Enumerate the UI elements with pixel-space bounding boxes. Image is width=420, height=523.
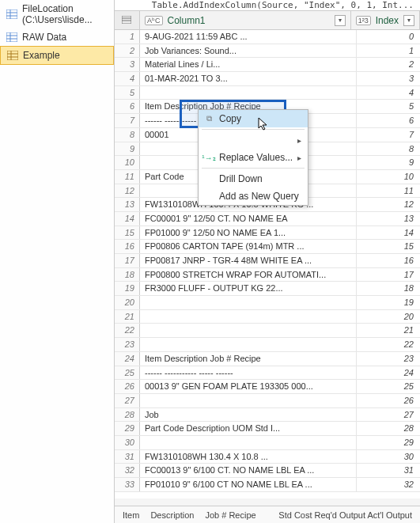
cell-column1[interactable]: FP00817 JNRP - TGR-4 48M WHITE EA ... (140, 254, 357, 267)
cell-index[interactable]: 16 (357, 254, 420, 267)
row-number[interactable]: 31 (115, 450, 140, 464)
corner-cell[interactable] (115, 11, 140, 29)
cell-index[interactable]: 19 (357, 296, 420, 309)
cell-column1[interactable]: FW1310108WH 130.4 X 10.8 ... (140, 450, 357, 464)
cell-index[interactable]: 14 (357, 226, 420, 240)
cell-column1[interactable] (140, 324, 357, 337)
cell-column1[interactable] (140, 86, 357, 100)
grid-body[interactable]: 19-AUG-2021 11:59 ABC ...02 Job Variance… (115, 30, 420, 492)
cell-column1[interactable] (140, 394, 357, 407)
cell-column1[interactable]: FP01010 9" 6/100 CT NO NAME LBL EA ... (140, 478, 357, 491)
table-row[interactable]: 4 01-MAR-2021 TO 3...3 (115, 72, 420, 86)
cell-index[interactable]: 13 (357, 212, 420, 225)
table-row[interactable]: 31 FW1310108WH 130.4 X 10.8 ...30 (115, 450, 420, 464)
row-number[interactable]: 19 (115, 282, 140, 295)
cell-index[interactable]: 23 (357, 352, 420, 366)
table-row[interactable]: 28 Job27 (115, 408, 420, 423)
cell-column1[interactable]: Item Description Job # Recipe (140, 352, 357, 366)
ctx-add-new-query[interactable]: Add as New Query (199, 188, 308, 205)
row-number[interactable]: 27 (115, 394, 140, 407)
ctx-replace-values[interactable]: ¹→₂ Replace Values... (199, 149, 308, 166)
formula-bar[interactable]: Table.AddIndexColumn(Source, "Index", 0,… (115, 0, 420, 11)
cell-column1[interactable]: FC00013 9" 6/100 CT. NO NAME LBL EA ... (140, 464, 357, 477)
table-row[interactable]: 2019 (115, 296, 420, 310)
row-number[interactable]: 18 (115, 268, 140, 282)
cell-column1[interactable] (140, 296, 357, 309)
cell-index[interactable]: 0 (357, 30, 420, 44)
cell-column1[interactable]: FP00806 CARTON TAPE (914m) MTR ... (140, 240, 357, 253)
cell-index[interactable]: 1 (357, 44, 420, 58)
cell-index[interactable]: 6 (357, 114, 420, 127)
nav-example[interactable]: Example (0, 46, 114, 65)
ctx-copy[interactable]: ⧉ Copy (199, 110, 308, 127)
cell-index[interactable]: 12 (357, 198, 420, 211)
cell-column1[interactable]: FC00001 9" 12/50 CT. NO NAME EA (140, 212, 357, 225)
row-number[interactable]: 20 (115, 296, 140, 309)
cell-index[interactable]: 22 (357, 338, 420, 351)
table-row[interactable]: 33 FP01010 9" 6/100 CT NO NAME LBL EA ..… (115, 478, 420, 492)
table-row[interactable]: 54 (115, 86, 420, 100)
table-row[interactable]: 2726 (115, 394, 420, 408)
row-number[interactable]: 17 (115, 254, 140, 267)
row-number[interactable]: 24 (115, 352, 140, 366)
cell-index[interactable]: 31 (357, 464, 420, 477)
cell-index[interactable]: 15 (357, 240, 420, 253)
cell-column1[interactable]: 01-MAR-2021 TO 3... (140, 72, 357, 85)
table-row[interactable]: 32 FC00013 9" 6/100 CT. NO NAME LBL EA .… (115, 464, 420, 478)
row-number[interactable]: 30 (115, 436, 140, 449)
ctx-submenu-placeholder[interactable] (199, 131, 308, 149)
nav-rawdata[interactable]: RAW Data (0, 28, 114, 46)
cell-index[interactable]: 28 (357, 422, 420, 435)
row-number[interactable]: 7 (115, 114, 140, 127)
cell-index[interactable]: 26 (357, 394, 420, 407)
table-row[interactable]: 18 FP00800 STRETCH WRAP FOR AUTOMATI...1… (115, 268, 420, 282)
cell-index[interactable]: 7 (357, 128, 420, 142)
table-row[interactable]: 17 FP00817 JNRP - TGR-4 48M WHITE EA ...… (115, 254, 420, 268)
cell-index[interactable]: 20 (357, 310, 420, 324)
table-row[interactable]: 2221 (115, 324, 420, 338)
row-number[interactable]: 9 (115, 142, 140, 156)
row-number[interactable]: 4 (115, 72, 140, 85)
table-row[interactable]: 3 Material Lines / Li...2 (115, 58, 420, 72)
row-number[interactable]: 16 (115, 240, 140, 253)
table-row[interactable]: 2600013 9" GEN FOAM PLATE 193305 000...2… (115, 380, 420, 394)
cell-index[interactable]: 4 (357, 86, 420, 100)
row-number[interactable]: 32 (115, 464, 140, 477)
row-number[interactable]: 33 (115, 478, 140, 491)
cell-column1[interactable]: Part Code Description UOM Std I... (140, 422, 357, 435)
cell-index[interactable]: 21 (357, 324, 420, 337)
table-row[interactable]: 14 FC00001 9" 12/50 CT. NO NAME EA13 (115, 212, 420, 226)
cell-column1[interactable]: FP01000 9" 12/50 NO NAME EA 1... (140, 226, 357, 240)
cell-index[interactable]: 17 (357, 268, 420, 282)
table-row[interactable]: 25------ ----------- ----- ------24 (115, 366, 420, 381)
cell-column1[interactable]: 00013 9" GEN FOAM PLATE 193305 000... (140, 380, 357, 393)
cell-index[interactable]: 11 (357, 184, 420, 198)
cell-index[interactable]: 2 (357, 58, 420, 71)
cell-index[interactable]: 10 (357, 170, 420, 184)
column-filter-dropdown[interactable]: ▾ (335, 15, 346, 26)
table-row[interactable]: 24Item Description Job # Recipe23 (115, 352, 420, 366)
column-header-column1[interactable]: AᵇC Column1 ▾ (140, 11, 351, 29)
row-number[interactable]: 29 (115, 422, 140, 435)
row-number[interactable]: 21 (115, 310, 140, 324)
row-number[interactable]: 5 (115, 86, 140, 100)
table-row[interactable]: 16 FP00806 CARTON TAPE (914m) MTR ...15 (115, 240, 420, 254)
cell-index[interactable]: 5 (357, 100, 420, 113)
cell-column1[interactable]: 9-AUG-2021 11:59 ABC ... (140, 30, 357, 44)
cell-index[interactable]: 30 (357, 450, 420, 464)
cell-index[interactable]: 27 (357, 408, 420, 422)
table-row[interactable]: 2120 (115, 310, 420, 324)
table-row[interactable]: 15 FP01000 9" 12/50 NO NAME EA 1...14 (115, 226, 420, 241)
cell-column1[interactable] (140, 338, 357, 351)
row-number[interactable]: 1 (115, 30, 140, 44)
row-number[interactable]: 6 (115, 100, 140, 113)
ctx-drill-down[interactable]: Drill Down (199, 170, 308, 188)
cell-index[interactable]: 8 (357, 142, 420, 156)
cell-column1[interactable] (140, 436, 357, 449)
table-row[interactable]: 2 Job Variances: Sound...1 (115, 44, 420, 59)
row-number[interactable]: 14 (115, 212, 140, 225)
row-number[interactable]: 26 (115, 380, 140, 393)
cell-column1[interactable]: Material Lines / Li... (140, 58, 357, 71)
row-number[interactable]: 25 (115, 366, 140, 380)
column-header-index[interactable]: 1²3 Index ▾ (351, 11, 420, 29)
